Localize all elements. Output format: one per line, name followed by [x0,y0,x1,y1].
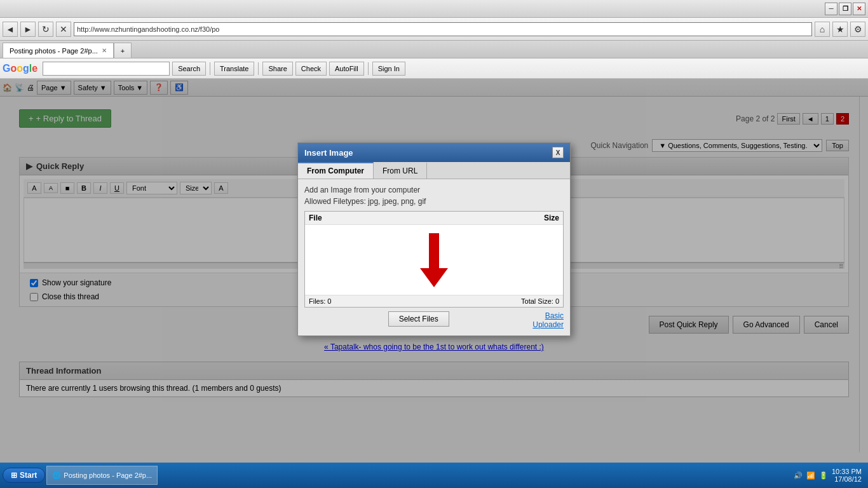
modal-desc: Add an Image from your computer [304,186,564,194]
back-button[interactable]: ◄ [3,22,18,37]
clock-time: 10:33 PM [832,468,862,475]
tab-label: Posting photos - Page 2#p... [10,47,98,55]
basic-link[interactable]: Basic [545,311,564,320]
files-count: Files: 0 [309,297,331,305]
tray-icon-3: 🔋 [819,471,828,480]
google-logo: Google [3,63,37,74]
tools-button[interactable]: ⚙ [850,22,865,37]
address-bar[interactable]: http://www.nzhuntingandshooting.co.nz/f3… [74,22,812,36]
size-col-label: Size [544,214,559,222]
modal-body: Add an Image from your computer Allowed … [298,179,570,336]
modal-titlebar: Insert Image X [298,143,570,162]
modal-footer: Select Files Basic Uploader [304,311,564,329]
search-label: Search [178,65,200,72]
translate-label: Translate [220,65,248,72]
refresh-button[interactable]: ↻ [38,22,53,37]
title-bar: ─ ❐ ✕ [0,0,868,18]
minimize-button[interactable]: ─ [825,3,837,15]
taskbar-ie-icon: 🌐 [52,471,61,480]
taskbar-browser-label: Posting photos - Page 2#p... [64,471,152,479]
close-button[interactable]: ✕ [853,3,865,15]
basic-uploader-link[interactable]: Basic Uploader [532,311,564,329]
system-clock: 10:33 PM 17/08/12 [832,468,862,483]
taskbar-system-tray: 🔊 📶 🔋 10:33 PM 17/08/12 [794,468,865,483]
modal-close-button[interactable]: X [552,147,564,158]
favorites-button[interactable]: ★ [832,22,848,37]
separator-3 [368,62,369,75]
from-url-tab[interactable]: From URL [374,162,427,179]
taskbar-browser-item[interactable]: 🌐 Posting photos - Page 2#p... [46,466,158,485]
share-label: Share [268,65,287,72]
from-computer-tab[interactable]: From Computer [298,162,374,179]
search-button[interactable]: Search [172,62,206,76]
insert-image-modal: Insert Image X From Computer From URL Ad… [297,142,571,336]
url-text: http://www.nzhuntingandshooting.co.nz/f3… [77,25,809,33]
restore-button[interactable]: ❐ [839,3,851,15]
file-col-label: File [309,214,322,222]
signin-button[interactable]: Sign In [372,62,405,76]
signin-label: Sign In [378,65,400,72]
start-label: Start [20,471,37,480]
google-toolbar: Google Search Translate Share Check Auto… [0,58,868,79]
modal-title: Insert Image [304,148,353,158]
file-table: File Size Files: 0 Total Size: 0 [304,211,564,308]
modal-tabs: From Computer From URL [298,162,570,179]
check-button[interactable]: Check [295,62,327,76]
tab-new-label: + [121,47,125,55]
autofill-label: AutoFill [335,65,358,72]
arrow-shaft [429,233,439,268]
start-button[interactable]: ⊞ Start [3,468,45,483]
nav-bar: ◄ ► ↻ ✕ http://www.nzhuntingandshooting.… [0,18,868,41]
share-button[interactable]: Share [262,62,292,76]
taskbar: ⊞ Start 🌐 Posting photos - Page 2#p... 🔊… [0,463,868,488]
file-table-header: File Size [305,212,563,225]
tab-active[interactable]: Posting photos - Page 2#p... ✕ [3,43,114,58]
file-table-footer: Files: 0 Total Size: 0 [305,295,563,307]
tab-bar: Posting photos - Page 2#p... ✕ + [0,41,868,58]
stop-button[interactable]: ✕ [56,22,71,37]
autofill-button[interactable]: AutoFill [329,62,364,76]
drop-arrow-indicator [420,233,448,287]
windows-icon: ⊞ [11,471,17,480]
select-files-button[interactable]: Select Files [388,311,449,327]
tab-new[interactable]: + [114,43,132,58]
check-label: Check [301,65,321,72]
google-search-input[interactable] [43,62,170,76]
forward-button[interactable]: ► [20,22,36,37]
file-table-body[interactable] [305,225,563,295]
modal-overlay: Insert Image X From Computer From URL Ad… [0,79,868,463]
tray-icon-2: 📶 [806,471,815,480]
home-button[interactable]: ⌂ [815,22,830,37]
tab-close-icon[interactable]: ✕ [102,47,107,54]
window-controls: ─ ❐ ✕ [825,3,865,15]
clock-date: 17/08/12 [832,475,862,483]
tray-icon-1: 🔊 [794,471,803,480]
uploader-link[interactable]: Uploader [532,320,564,329]
arrow-head [420,268,448,287]
total-size: Total Size: 0 [521,297,559,305]
translate-button[interactable]: Translate [214,62,254,76]
modal-filetypes: Allowed Filetypes: jpg, jpeg, png, gif [304,197,564,206]
separator-2 [258,62,259,75]
separator-1 [210,62,210,75]
